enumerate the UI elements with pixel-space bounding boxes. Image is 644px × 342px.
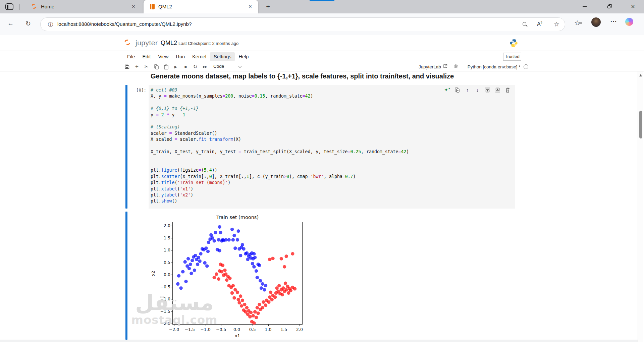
menu-kernel[interactable]: Kernel — [189, 52, 210, 61]
code-line: plt.title('Train set (moons)') — [151, 180, 409, 186]
cut-icon[interactable]: ✂ — [143, 63, 150, 70]
browser-menu-icon[interactable]: ··· — [610, 18, 617, 25]
python-logo-icon — [509, 39, 518, 49]
restore-button[interactable] — [601, 0, 616, 13]
x-tick-label: −1.0 — [198, 327, 213, 332]
y-tick-label: 0.5 — [156, 260, 170, 265]
add-favorite-icon[interactable]: ☆ — [554, 20, 559, 28]
tab-actions-icon[interactable] — [5, 3, 13, 10]
copilot-icon[interactable] — [625, 18, 633, 26]
jupyter-header: jupyter QML2 Last Checkpoint: 2 months a… — [0, 35, 644, 51]
menu-edit[interactable]: Edit — [139, 52, 154, 61]
copy-icon[interactable] — [153, 63, 160, 70]
paste-icon[interactable] — [162, 63, 170, 70]
address-bar[interactable]: ⓘ localhost:8888/notebooks/Quantum_compu… — [40, 17, 565, 31]
menu-help[interactable]: Help — [235, 52, 252, 61]
scroll-up-icon[interactable] — [639, 74, 642, 76]
x-tick-label: −2.0 — [166, 327, 182, 332]
x-tick-label: 0.0 — [229, 327, 245, 332]
x-tick-label: 1.0 — [261, 327, 276, 332]
cell-type-dropdown[interactable]: Code — [213, 64, 224, 69]
y-tick-label: 1.0 — [156, 247, 170, 252]
x-tick-label: 1.5 — [276, 327, 291, 332]
code-line: plt.scatter(X_train[:,0], X_train[:,1], … — [151, 174, 409, 180]
external-link-icon[interactable] — [443, 64, 447, 70]
code-line: scaler = StandardScaler() — [151, 130, 409, 136]
debugger-bug-icon[interactable] — [453, 64, 458, 70]
y-tick-label: −1.0 — [156, 296, 170, 301]
delete-icon[interactable] — [504, 86, 512, 94]
site-info-icon[interactable]: ⓘ — [48, 21, 53, 28]
y-axis-label: x2 — [151, 247, 156, 300]
code-line — [151, 155, 409, 161]
move-down-icon[interactable]: ↓ — [474, 86, 481, 94]
jupyter-logo-icon[interactable] — [123, 39, 131, 46]
restart-icon[interactable]: ↻ — [192, 63, 199, 70]
minimize-button[interactable] — [577, 0, 592, 13]
sparkles-icon[interactable]: ✦✦ — [443, 86, 451, 94]
stop-icon[interactable]: ■ — [182, 63, 189, 70]
jupyter-brand[interactable]: jupyter — [136, 39, 158, 47]
new-tab-button[interactable]: + — [264, 3, 272, 11]
menu-run[interactable]: Run — [172, 52, 189, 61]
x-tick-label: 0.5 — [245, 327, 260, 332]
insert-below-icon[interactable] — [494, 86, 501, 94]
add-icon[interactable]: + — [133, 63, 141, 70]
code-line: X, y = make_moons(n_samples=200, noise=0… — [151, 93, 409, 99]
scrollbar-thumb[interactable] — [639, 111, 642, 138]
save-icon[interactable] — [123, 63, 131, 70]
bottom-strip — [0, 340, 638, 342]
code-line: X_train, X_test, y_train, y_test = train… — [151, 149, 409, 155]
y-tick-label: 0.0 — [156, 272, 170, 277]
profile-avatar[interactable] — [591, 17, 601, 27]
menu-settings[interactable]: Settings — [210, 52, 235, 61]
markdown-heading[interactable]: Generate moons dataset, map labels to {-… — [151, 72, 454, 80]
y-tick-label: 2.0 — [156, 223, 170, 228]
url-text[interactable]: localhost:8888/notebooks/Quantum_compute… — [57, 21, 192, 27]
notebook-toolbar: +✂▶■↻▶▶ Code JupyterLab Python [conda en… — [0, 62, 644, 71]
x-tick-label: −0.5 — [213, 327, 229, 332]
duplicate-icon[interactable] — [453, 86, 461, 94]
tab-home[interactable]: Home ✕ — [23, 0, 142, 13]
insert-above-icon[interactable] — [484, 86, 491, 94]
code-line: y = 2 * y - 1 — [151, 112, 409, 118]
close-tab-icon[interactable]: ✕ — [247, 3, 254, 10]
chart-title: Train set (moons) — [172, 215, 303, 220]
read-aloud-icon[interactable]: A)) — [537, 21, 542, 27]
favorites-hub-icon[interactable]: ☆ — [574, 19, 580, 27]
x-tick-label: 2.0 — [292, 327, 307, 332]
chevron-down-icon[interactable] — [238, 65, 242, 68]
code-cell-editor[interactable]: # cell #03X, y = make_moons(n_samples=20… — [149, 85, 515, 209]
kernel-status-icon[interactable] — [524, 64, 528, 69]
move-up-icon[interactable]: ↑ — [464, 86, 471, 94]
jupyterlab-link[interactable]: JupyterLab — [419, 64, 441, 69]
cell-toolbar: ✦✦↑↓ — [443, 86, 512, 94]
back-icon[interactable]: ← — [7, 20, 14, 27]
checkpoint-text: Last Checkpoint: 2 months ago — [178, 41, 238, 46]
notebook-title[interactable]: QML2 — [161, 40, 177, 47]
tab-qml2-active[interactable]: QML2 ✕ — [144, 0, 258, 13]
code-line — [151, 118, 409, 124]
output-selection-bar — [125, 212, 127, 340]
tab-loading-indicator — [310, 0, 334, 1]
jupyter-menubar: FileEditViewRunKernelSettingsHelp Truste… — [0, 51, 644, 62]
ffwd-icon[interactable]: ▶▶ — [201, 63, 209, 70]
y-tick-label: −0.5 — [156, 284, 170, 289]
close-window-button[interactable]: ✕ — [625, 0, 641, 13]
tab-title: Home — [41, 4, 54, 9]
code-line: plt.show() — [151, 198, 409, 204]
tab-title: QML2 — [158, 4, 172, 9]
scrollbar[interactable] — [638, 71, 643, 342]
kernel-name[interactable]: Python [conda env:base] * — [468, 64, 521, 69]
code-line: plt.xlabel('x1') — [151, 186, 409, 192]
menu-file[interactable]: File — [123, 52, 139, 61]
trusted-button[interactable]: Trusted — [503, 53, 521, 61]
y-tick-label: −2.0 — [156, 321, 170, 326]
menu-view[interactable]: View — [154, 52, 172, 61]
code-line — [151, 143, 409, 149]
close-tab-icon[interactable]: ✕ — [130, 3, 137, 10]
zoom-out-icon[interactable] — [523, 22, 526, 26]
notebook-area: Generate moons dataset, map labels to {-… — [0, 71, 638, 342]
refresh-icon[interactable]: ↻ — [25, 20, 31, 27]
run-icon[interactable]: ▶ — [172, 63, 179, 70]
